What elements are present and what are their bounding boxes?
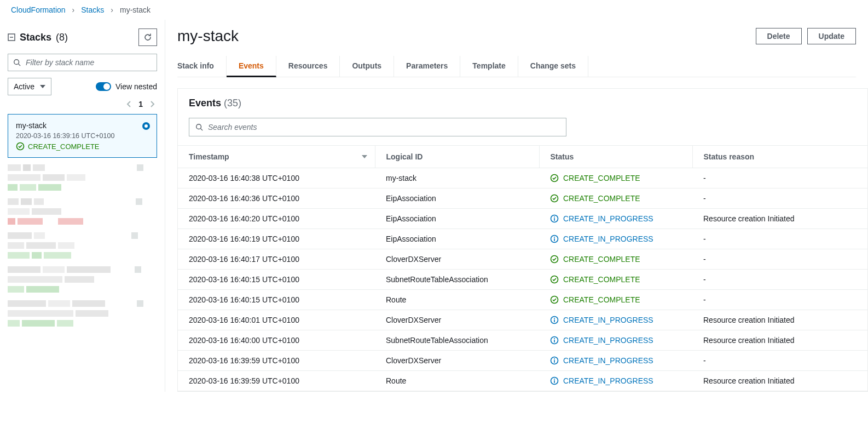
cell-status-reason: Resource creation Initiated <box>692 310 867 330</box>
cell-logical-id: CloverDXServer <box>375 310 539 330</box>
obscured-stack-item <box>8 300 157 327</box>
svg-point-13 <box>554 237 555 238</box>
page-title: my-stack <box>177 27 239 45</box>
info-circle-icon <box>550 316 559 324</box>
cell-status: CREATE_COMPLETE <box>539 168 692 188</box>
events-table: TimestampLogical IDStatusStatus reason 2… <box>178 145 867 391</box>
status-filter-label: Active <box>14 82 34 91</box>
check-circle-icon <box>550 255 559 264</box>
status-text: CREATE_COMPLETE <box>563 194 640 203</box>
status-filter-select[interactable]: Active <box>8 78 51 95</box>
tab-template[interactable]: Template <box>460 56 518 77</box>
cell-status: CREATE_COMPLETE <box>539 270 692 290</box>
sidebar: Stacks (8) Active View nested <box>0 20 165 392</box>
table-row: 2020-03-16 16:40:38 UTC+0100my-stackCREA… <box>178 168 867 188</box>
table-row: 2020-03-16 16:40:01 UTC+0100CloverDXServ… <box>178 310 867 330</box>
tab-resources[interactable]: Resources <box>276 56 340 77</box>
cell-status: CREATE_COMPLETE <box>539 290 692 310</box>
stack-card-status: CREATE_COMPLETE <box>16 142 149 151</box>
tab-stack-info[interactable]: Stack info <box>177 56 227 77</box>
cell-logical-id: CloverDXServer <box>375 249 539 270</box>
prev-page-button[interactable] <box>126 101 131 107</box>
cell-timestamp: 2020-03-16 16:40:17 UTC+0100 <box>178 249 375 270</box>
info-circle-icon <box>550 235 559 243</box>
cell-status: CREATE_IN_PROGRESS <box>539 351 692 371</box>
stack-card-timestamp: 2020-03-16 16:39:16 UTC+0100 <box>16 132 149 140</box>
breadcrumb: CloudFormation › Stacks › my-stack <box>0 0 868 20</box>
breadcrumb-root[interactable]: CloudFormation <box>11 5 66 14</box>
svg-rect-29 <box>554 380 555 383</box>
events-panel-title: Events <box>189 98 221 108</box>
status-text: CREATE_COMPLETE <box>563 255 640 264</box>
obscured-stack-item <box>8 232 157 259</box>
status-text: CREATE_COMPLETE <box>563 295 640 304</box>
check-circle-icon <box>550 174 559 182</box>
check-circle-icon <box>16 142 25 151</box>
info-circle-icon <box>550 336 559 345</box>
status-text: CREATE_IN_PROGRESS <box>563 336 653 345</box>
tab-outputs[interactable]: Outputs <box>340 56 394 77</box>
check-circle-icon <box>550 295 559 304</box>
cell-status: CREATE_IN_PROGRESS <box>539 371 692 391</box>
cell-timestamp: 2020-03-16 16:40:00 UTC+0100 <box>178 330 375 351</box>
cell-logical-id: EipAssociation <box>375 188 539 209</box>
table-row: 2020-03-16 16:40:20 UTC+0100EipAssociati… <box>178 209 867 229</box>
cell-status-reason: - <box>692 290 867 310</box>
breadcrumb-stacks[interactable]: Stacks <box>81 5 104 14</box>
events-panel: Events (35) TimestampLogical IDStatusSta… <box>177 88 868 392</box>
table-row: 2020-03-16 16:40:15 UTC+0100RouteCREATE_… <box>178 290 867 310</box>
status-text: CREATE_IN_PROGRESS <box>563 235 653 243</box>
column-header-timestamp[interactable]: Timestamp <box>178 146 375 168</box>
stack-filter-input[interactable] <box>8 54 157 71</box>
table-row: 2020-03-16 16:40:19 UTC+0100EipAssociati… <box>178 229 867 249</box>
main-content: my-stack Delete Update Stack infoEventsR… <box>165 20 868 392</box>
cell-status: CREATE_COMPLETE <box>539 249 692 270</box>
cell-status: CREATE_IN_PROGRESS <box>539 209 692 229</box>
info-circle-icon <box>550 356 559 365</box>
collapse-icon[interactable] <box>8 33 15 41</box>
stack-card-selected[interactable]: my-stack 2020-03-16 16:39:16 UTC+0100 CR… <box>8 114 157 158</box>
cell-status: CREATE_COMPLETE <box>539 188 692 209</box>
next-page-button[interactable] <box>151 101 155 107</box>
table-row: 2020-03-16 16:40:36 UTC+0100EipAssociati… <box>178 188 867 209</box>
status-text: CREATE_COMPLETE <box>563 174 640 182</box>
status-text: CREATE_IN_PROGRESS <box>563 316 653 324</box>
cell-status-reason: - <box>692 351 867 371</box>
obscured-stack-item <box>8 164 157 191</box>
column-header-logical-id[interactable]: Logical ID <box>375 146 539 168</box>
cell-logical-id: Route <box>375 290 539 310</box>
cell-status: CREATE_IN_PROGRESS <box>539 229 692 249</box>
events-search-input[interactable] <box>189 118 566 136</box>
view-nested-toggle[interactable] <box>96 82 111 91</box>
table-row: 2020-03-16 16:40:15 UTC+0100SubnetRouteT… <box>178 270 867 290</box>
cell-timestamp: 2020-03-16 16:40:20 UTC+0100 <box>178 209 375 229</box>
cell-timestamp: 2020-03-16 16:40:15 UTC+0100 <box>178 270 375 290</box>
check-circle-icon <box>550 275 559 284</box>
refresh-button[interactable] <box>138 28 157 46</box>
svg-rect-11 <box>554 218 555 221</box>
check-circle-icon <box>550 194 559 203</box>
column-header-status[interactable]: Status <box>539 146 692 168</box>
page-number: 1 <box>138 100 143 108</box>
svg-point-10 <box>554 216 555 218</box>
breadcrumb-current: my-stack <box>120 5 151 14</box>
svg-point-5 <box>196 124 201 129</box>
tab-events[interactable]: Events <box>227 56 276 77</box>
update-button[interactable]: Update <box>807 28 856 44</box>
tab-change-sets[interactable]: Change sets <box>518 56 588 77</box>
table-row: 2020-03-16 16:40:17 UTC+0100CloverDXServ… <box>178 249 867 270</box>
sort-desc-icon <box>362 155 367 158</box>
svg-line-3 <box>19 64 21 66</box>
tab-parameters[interactable]: Parameters <box>394 56 460 77</box>
svg-point-19 <box>554 318 555 319</box>
table-row: 2020-03-16 16:39:59 UTC+0100CloverDXServ… <box>178 351 867 371</box>
svg-point-22 <box>554 338 555 339</box>
column-header-status-reason[interactable]: Status reason <box>692 146 867 168</box>
delete-button[interactable]: Delete <box>756 28 802 44</box>
cell-status-reason: - <box>692 188 867 209</box>
sidebar-title-text: Stacks <box>20 32 51 43</box>
obscured-stack-item <box>8 266 157 293</box>
svg-point-25 <box>554 358 555 359</box>
cell-status-reason: - <box>692 270 867 290</box>
info-circle-icon <box>550 214 559 223</box>
